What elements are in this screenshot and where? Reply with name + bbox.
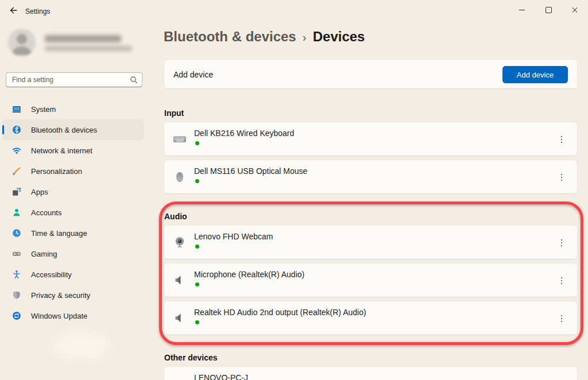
device-name: Dell KB216 Wired Keyboard	[194, 129, 294, 138]
sidebar-item-label: Apps	[31, 188, 48, 196]
sidebar-item-label: Gaming	[31, 250, 57, 258]
device-info: Dell MS116 USB Optical Mouse	[194, 166, 307, 183]
keyboard-icon	[173, 132, 187, 146]
status-connected-dot	[195, 141, 199, 145]
device-name: Dell MS116 USB Optical Mouse	[194, 166, 307, 176]
sidebar-item-gaming[interactable]: Gaming	[2, 243, 144, 264]
gamepad-icon	[12, 249, 21, 258]
section-title-input: Input	[164, 108, 184, 118]
device-row-pc: LENOVO-PC-J	[164, 366, 578, 380]
device-row-keyboard: Dell KB216 Wired Keyboard	[164, 122, 578, 156]
mouse-icon	[173, 170, 187, 184]
device-name: Lenovo FHD Webcam	[194, 232, 273, 241]
sidebar-item-accessibility[interactable]: Accessibility	[2, 264, 144, 285]
settings-window: Settings System	[0, 0, 588, 380]
sidebar-item-label: Accessibility	[31, 270, 72, 279]
kebab-vertical-icon	[561, 174, 563, 181]
sidebar-item-apps[interactable]: Apps	[2, 181, 144, 202]
brush-icon	[12, 166, 21, 176]
sidebar-item-label: Network & internet	[31, 146, 92, 155]
sidebar-item-bluetooth-devices[interactable]: Bluetooth & devices	[2, 119, 144, 140]
device-info: Realtek HD Audio 2nd output (Realtek(R) …	[194, 308, 366, 324]
search-icon[interactable]	[130, 76, 138, 86]
search-input[interactable]	[6, 73, 131, 87]
page-title: Devices	[313, 29, 365, 45]
account-profile[interactable]	[8, 29, 146, 59]
breadcrumb: Bluetooth & devices › Devices	[164, 29, 365, 45]
device-name: Realtek HD Audio 2nd output (Realtek(R) …	[194, 308, 366, 317]
status-connected-dot	[195, 245, 199, 249]
person-icon	[12, 208, 21, 217]
device-info: Dell KB216 Wired Keyboard	[194, 129, 294, 145]
breadcrumb-parent[interactable]: Bluetooth & devices	[164, 29, 296, 45]
device-name: Microphone (Realtek(R) Audio)	[194, 270, 304, 279]
device-menu-button[interactable]	[553, 310, 570, 327]
app-title: Settings	[25, 7, 50, 15]
add-device-card: Add device Add device	[164, 59, 578, 89]
sidebar-item-privacy-security[interactable]: Privacy & security	[2, 285, 144, 305]
sidebar-item-label: System	[31, 105, 56, 114]
sidebar-item-label: Bluetooth & devices	[31, 126, 97, 134]
system-icon	[12, 104, 21, 114]
kebab-vertical-icon	[561, 136, 563, 144]
device-row-audio-output: Realtek HD Audio 2nd output (Realtek(R) …	[164, 301, 578, 335]
breadcrumb-chevron-icon: ›	[303, 30, 307, 44]
status-connected-dot	[195, 320, 199, 324]
device-info: Lenovo FHD Webcam	[194, 232, 273, 249]
status-connected-dot	[195, 282, 199, 286]
selected-indicator-pill	[2, 125, 4, 134]
add-device-button[interactable]: Add device	[502, 66, 568, 83]
kebab-vertical-icon	[561, 277, 563, 285]
kebab-vertical-icon	[561, 315, 563, 323]
search-box	[6, 72, 142, 87]
device-row-mouse: Dell MS116 USB Optical Mouse	[164, 160, 578, 194]
sidebar-item-personalization[interactable]: Personalization	[2, 161, 144, 181]
sidebar-nav: System Bluetooth & devices Network & int…	[2, 99, 144, 326]
back-button[interactable]	[5, 3, 22, 18]
accessibility-icon	[12, 270, 21, 279]
sidebar-item-time-language[interactable]: Time & language	[2, 223, 144, 243]
status-connected-dot	[195, 179, 199, 183]
webcam-icon	[173, 235, 187, 249]
sidebar-item-system[interactable]: System	[2, 99, 144, 119]
device-row-webcam: Lenovo FHD Webcam	[164, 225, 578, 259]
device-menu-button[interactable]	[553, 131, 570, 148]
sidebar-item-network-internet[interactable]: Network & internet	[2, 140, 144, 161]
section-title-audio: Audio	[164, 212, 187, 221]
update-icon	[12, 311, 21, 320]
bluetooth-icon	[12, 125, 21, 134]
device-row-microphone: Microphone (Realtek(R) Audio)	[164, 263, 578, 297]
clock-icon	[12, 228, 21, 238]
avatar	[8, 29, 36, 56]
cast-device-icon	[173, 377, 187, 380]
sidebar-item-label: Windows Update	[31, 312, 87, 320]
sidebar-item-label: Accounts	[31, 208, 61, 217]
device-menu-button[interactable]	[553, 234, 570, 251]
wifi-icon	[12, 146, 21, 155]
sidebar-item-label: Time & language	[31, 229, 87, 238]
back-arrow-icon	[9, 6, 18, 17]
kebab-vertical-icon	[561, 239, 563, 247]
device-name: LENOVO-PC-J	[194, 373, 248, 380]
device-info: LENOVO-PC-J	[194, 373, 248, 380]
speaker-icon	[173, 273, 187, 287]
user-email-redacted	[45, 46, 132, 51]
add-device-label: Add device	[173, 70, 213, 79]
background-artifact	[53, 332, 110, 359]
sidebar-item-windows-update[interactable]: Windows Update	[2, 305, 144, 326]
apps-icon	[12, 187, 21, 196]
sidebar-item-accounts[interactable]: Accounts	[2, 202, 144, 223]
device-menu-button[interactable]	[553, 169, 570, 186]
shield-icon	[12, 290, 21, 300]
main-content: Bluetooth & devices › Devices Add device…	[164, 0, 578, 380]
section-title-other-devices: Other devices	[164, 353, 218, 362]
device-menu-button[interactable]	[553, 272, 570, 289]
user-name-redacted	[45, 35, 121, 42]
device-info: Microphone (Realtek(R) Audio)	[194, 270, 304, 286]
speaker-icon	[173, 311, 187, 325]
sidebar-item-label: Privacy & security	[31, 291, 90, 300]
sidebar-item-label: Personalization	[31, 167, 82, 176]
